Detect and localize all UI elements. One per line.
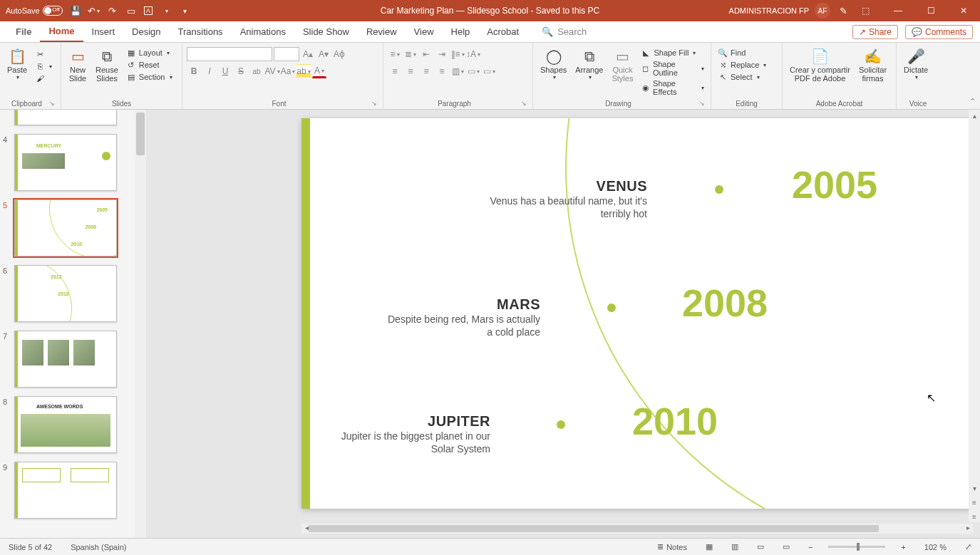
- tab-review[interactable]: Review: [358, 21, 406, 42]
- notes-button[interactable]: ≣Notes: [654, 542, 690, 551]
- qa-customize-icon[interactable]: ▾: [161, 5, 172, 16]
- strike-button[interactable]: S: [234, 64, 248, 78]
- replace-button[interactable]: ⤭Replace▾: [716, 59, 768, 71]
- font-color-button[interactable]: A▾: [312, 64, 326, 78]
- tab-home[interactable]: Home: [40, 21, 83, 42]
- align-text-button[interactable]: ▭▾: [466, 64, 480, 78]
- columns-button[interactable]: ▥▾: [450, 64, 465, 78]
- user-name[interactable]: ADMINISTRACION FP: [729, 6, 809, 15]
- text-direction-button[interactable]: ↕A▾: [466, 47, 480, 61]
- select-button[interactable]: ↖Select▾: [716, 71, 762, 83]
- zoom-slider[interactable]: [828, 546, 885, 548]
- minimize-button[interactable]: —: [882, 0, 914, 21]
- share-button[interactable]: ↗Share: [852, 25, 898, 39]
- slide-counter[interactable]: Slide 5 of 42: [6, 543, 55, 551]
- save-icon[interactable]: 💾: [70, 5, 81, 16]
- increase-font-icon[interactable]: A▴: [301, 47, 315, 61]
- arrange-button[interactable]: ⧉Arrange▾: [572, 46, 606, 82]
- tab-help[interactable]: Help: [443, 21, 479, 42]
- tab-file[interactable]: File: [7, 21, 40, 42]
- shadow-button[interactable]: ab: [249, 64, 264, 78]
- new-slide-button[interactable]: ▭New Slide: [66, 46, 90, 84]
- ribbon-options-icon[interactable]: ⬚: [849, 0, 882, 21]
- slideshow-view-button[interactable]: ▭: [780, 542, 793, 551]
- autosave-toggle[interactable]: AutoSave Off: [6, 6, 63, 16]
- quick-styles-button[interactable]: ▭Quick Styles: [609, 46, 636, 84]
- slide-thumbnail[interactable]: AWESOME WORDS: [14, 396, 117, 453]
- format-painter-button[interactable]: 🖌: [33, 73, 54, 84]
- zoom-out-button[interactable]: −: [805, 543, 815, 551]
- char-spacing-button[interactable]: AV▾: [265, 64, 279, 78]
- slideshow-from-start-icon[interactable]: ▭: [125, 5, 137, 16]
- tell-me-search[interactable]: 🔍Search: [542, 26, 587, 37]
- change-case-button[interactable]: Aa▾: [281, 64, 295, 78]
- fit-to-window-button[interactable]: ⤢: [962, 542, 974, 551]
- underline-button[interactable]: U: [218, 64, 232, 78]
- normal-view-button[interactable]: ▦: [703, 542, 716, 551]
- quick-access-item-icon[interactable]: A: [144, 6, 153, 15]
- font-size-select[interactable]: [274, 47, 299, 61]
- clipboard-launcher[interactable]: ↘: [49, 100, 55, 107]
- tab-slideshow[interactable]: Slide Show: [294, 21, 358, 42]
- avatar[interactable]: AF: [815, 3, 830, 19]
- undo-icon[interactable]: ↶▾: [88, 5, 100, 16]
- shapes-button[interactable]: ◯Shapes▾: [537, 46, 569, 82]
- collapse-ribbon-button[interactable]: ⌃: [969, 97, 976, 106]
- dictate-button[interactable]: 🎤Dictate▾: [901, 46, 931, 82]
- zoom-level[interactable]: 102 %: [922, 543, 949, 551]
- copy-button[interactable]: ⎘▾: [33, 61, 54, 72]
- vertical-scrollbar[interactable]: ▴ ▾ ≡ ≡: [969, 110, 980, 522]
- tab-design[interactable]: Design: [123, 21, 169, 42]
- paragraph-launcher[interactable]: ↘: [521, 100, 527, 107]
- paste-button[interactable]: 📋Paste▾: [4, 46, 30, 82]
- tab-transitions[interactable]: Transitions: [170, 21, 232, 42]
- align-right-button[interactable]: ≡: [419, 64, 433, 78]
- close-button[interactable]: ✕: [947, 0, 980, 21]
- slide-thumbnail[interactable]: 2012 2018: [14, 265, 117, 322]
- comments-button[interactable]: 💬Comments: [905, 25, 973, 39]
- horizontal-scrollbar[interactable]: ◂ ▸: [301, 524, 973, 534]
- reading-view-button[interactable]: ▭: [754, 542, 767, 551]
- request-sign-button[interactable]: ✍Solicitar firmas: [856, 46, 889, 84]
- italic-button[interactable]: I: [202, 64, 217, 78]
- cut-button[interactable]: ✂: [33, 48, 54, 60]
- slide-editor-area[interactable]: OUR EVOLUTION 2005 VENUS Venus has a bea…: [146, 110, 980, 538]
- sorter-view-button[interactable]: ▥: [728, 542, 741, 551]
- font-launcher[interactable]: ↘: [371, 100, 377, 107]
- slide-thumbnail[interactable]: [14, 331, 117, 388]
- tab-view[interactable]: View: [406, 21, 443, 42]
- qa-overflow-icon[interactable]: ▾: [180, 5, 191, 16]
- decrease-indent-button[interactable]: ⇤: [419, 47, 433, 61]
- smartart-button[interactable]: ▭▾: [482, 64, 496, 78]
- tab-insert[interactable]: Insert: [83, 21, 124, 42]
- tab-acrobat[interactable]: Acrobat: [478, 21, 527, 42]
- create-pdf-button[interactable]: 📄Crear y compartir PDF de Adobe: [787, 46, 853, 84]
- clear-format-icon[interactable]: Aϕ: [332, 47, 346, 61]
- align-center-button[interactable]: ≡: [403, 64, 418, 78]
- slide-thumbnail[interactable]: [14, 110, 117, 125]
- drawing-tools-icon[interactable]: ✎: [837, 5, 849, 16]
- slide-thumbnail[interactable]: 2005 2008 2010: [14, 199, 117, 256]
- layout-button[interactable]: ▦Layout▾: [124, 47, 175, 58]
- reuse-slides-button[interactable]: ⧉Reuse Slides: [93, 46, 121, 84]
- font-family-select[interactable]: [187, 47, 272, 61]
- find-button[interactable]: 🔍Find: [716, 47, 748, 58]
- language-indicator[interactable]: Spanish (Spain): [68, 543, 129, 551]
- numbering-button[interactable]: ≣▾: [403, 47, 418, 61]
- slide-canvas[interactable]: OUR EVOLUTION 2005 VENUS Venus has a bea…: [301, 118, 980, 509]
- bold-button[interactable]: B: [187, 64, 201, 78]
- section-button[interactable]: ▤Section▾: [124, 71, 175, 83]
- maximize-button[interactable]: ☐: [914, 0, 947, 21]
- align-left-button[interactable]: ≡: [388, 64, 402, 78]
- tab-animations[interactable]: Animations: [232, 21, 294, 42]
- zoom-in-button[interactable]: +: [898, 543, 908, 551]
- line-spacing-button[interactable]: ‖≡▾: [450, 47, 465, 61]
- shape-outline-button[interactable]: ◻Shape Outline▾: [639, 59, 706, 78]
- drawing-launcher[interactable]: ↘: [699, 100, 705, 107]
- reset-button[interactable]: ↺Reset: [124, 59, 175, 71]
- redo-icon[interactable]: ↷: [107, 5, 118, 16]
- shape-fill-button[interactable]: ◣Shape Fill▾: [639, 47, 706, 58]
- justify-button[interactable]: ≡: [435, 64, 449, 78]
- thumbnails-scrollbar[interactable]: [135, 110, 146, 538]
- slide-thumbnail[interactable]: [14, 462, 117, 519]
